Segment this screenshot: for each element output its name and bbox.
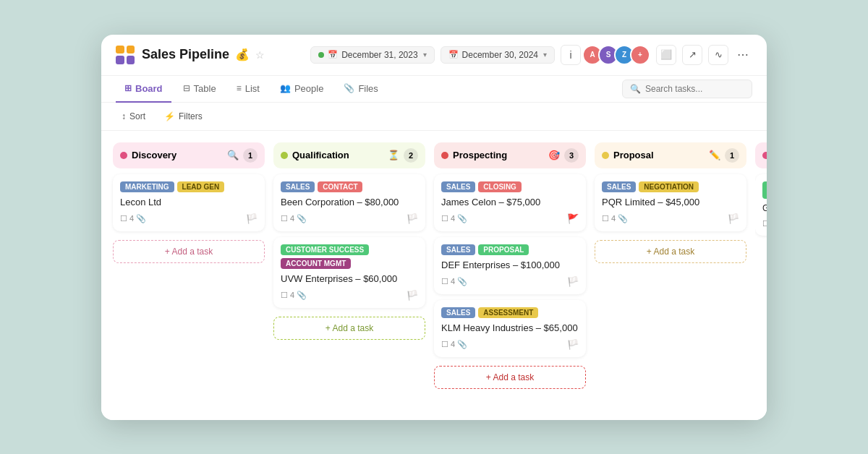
sort-label: Sort <box>129 111 145 121</box>
tag-customer-su: customer su... <box>762 181 767 199</box>
tag-sales: sales <box>281 181 315 192</box>
filters-button[interactable]: ⚡ Filters <box>158 108 208 124</box>
info-button[interactable]: i <box>561 45 581 65</box>
card-footer: ☐ 4 📎 🏳️ <box>441 276 579 287</box>
col-title-prospecting: Prospecting <box>453 150 544 160</box>
task-card[interactable]: sales ASSESSMENT KLM Heavy Industries – … <box>434 300 586 357</box>
card-tags: customer success ACCOUNT MGMT <box>281 244 418 269</box>
people-icon: 👥 <box>280 83 291 93</box>
attachment-icon: 📎 <box>297 291 307 300</box>
board-area: Discovery 🔍 1 marketing LEAD GEN Lecon L… <box>101 131 767 420</box>
col-count-discovery: 1 <box>243 148 258 163</box>
tag-closing: CLOSING <box>478 181 522 192</box>
col-emoji-proposal: ✏️ <box>709 150 720 160</box>
filters-label: Filters <box>179 111 203 121</box>
end-date-badge[interactable]: 📅 December 30, 2024 ▾ <box>441 46 555 64</box>
flag-icon: 🏳️ <box>567 339 579 350</box>
meta-count: 4 <box>290 214 294 223</box>
add-task-button-proposal[interactable]: + Add a task <box>595 240 746 263</box>
status-dot <box>318 52 324 58</box>
card-title: James Celon – $75,000 <box>441 197 579 207</box>
card-tags: sales ASSESSMENT <box>441 307 579 318</box>
col-header-negotiation: Negot 1 <box>755 142 767 168</box>
screen-icon[interactable]: ⬜ <box>656 45 676 65</box>
col-header-qualification: Qualification ⏳ 2 <box>273 142 425 168</box>
meta-count: 4 <box>611 214 616 223</box>
tab-people-label: People <box>294 83 323 94</box>
title-emoji: 💰 <box>235 48 250 61</box>
card-footer: ☐ 4 📎 <box>762 219 767 228</box>
column-qualification: Qualification ⏳ 2 sales CONTACT Been Cor… <box>273 142 425 408</box>
card-footer: ☐ 4 📎 🏳️ <box>602 213 739 224</box>
add-task-button-discovery[interactable]: + Add a task <box>113 240 265 263</box>
col-header-prospecting: Prospecting 🎯 3 <box>434 142 586 168</box>
card-meta: ☐ 4 📎 <box>441 214 467 223</box>
title-area: Sales Pipeline 💰 ☆ <box>142 47 303 62</box>
sort-icon: ↕ <box>122 111 126 121</box>
card-footer: ☐ 4 📎 🏳️ <box>441 339 579 350</box>
task-card[interactable]: sales NEGOTIATION PQR Limited – $45,000 … <box>595 174 746 231</box>
task-card[interactable]: customer success ACCOUNT MGMT UVW Enterp… <box>273 237 425 308</box>
col-title-proposal: Proposal <box>613 150 705 160</box>
col-dot-prospecting <box>441 152 448 159</box>
chart-icon[interactable]: ∿ <box>708 45 728 65</box>
sort-button[interactable]: ↕ Sort <box>116 108 151 124</box>
card-title: UVW Enterprises – $60,000 <box>281 273 418 284</box>
files-icon: 📎 <box>344 83 354 93</box>
end-date-label: December 30, 2024 <box>462 50 538 60</box>
task-card[interactable]: sales CLOSING James Celon – $75,000 ☐ 4 … <box>434 174 586 231</box>
table-icon: ⊟ <box>183 83 190 93</box>
star-icon[interactable]: ☆ <box>255 49 265 61</box>
column-prospecting: Prospecting 🎯 3 sales CLOSING James Celo… <box>434 142 586 408</box>
card-meta: ☐ 4 📎 <box>281 291 307 300</box>
checkbox-icon: ☐ <box>441 340 448 349</box>
tab-people[interactable]: 👥 People <box>271 76 332 103</box>
tab-table[interactable]: ⊟ Table <box>174 76 225 103</box>
attachment-icon: 📎 <box>297 214 307 223</box>
card-tags: sales CONTACT <box>281 181 418 192</box>
col-emoji-qualification: ⏳ <box>388 150 399 160</box>
card-tags: sales PROPOSAL <box>441 244 579 255</box>
avatar-more[interactable]: + <box>630 45 650 65</box>
col-count-proposal: 1 <box>725 148 739 163</box>
search-box[interactable]: 🔍 <box>622 80 752 98</box>
task-card[interactable]: customer su... Geez Grou... ☐ 4 📎 <box>755 174 767 236</box>
tag-assessment: ASSESSMENT <box>478 307 538 318</box>
cal-icon: 📅 <box>328 50 338 59</box>
card-tags: marketing LEAD GEN <box>120 181 258 192</box>
checkbox-icon: ☐ <box>281 291 288 300</box>
col-emoji-discovery: 🔍 <box>227 150 239 160</box>
column-proposal: Proposal ✏️ 1 sales NEGOTIATION PQR Limi… <box>595 142 746 408</box>
share-icon[interactable]: ↗ <box>682 45 702 65</box>
tab-files-label: Files <box>358 83 378 94</box>
start-date-badge[interactable]: 📅 December 31, 2023 ▾ <box>310 46 434 64</box>
col-header-discovery: Discovery 🔍 1 <box>113 142 265 168</box>
card-title: Geez Grou... <box>762 203 767 213</box>
tag-sales: sales <box>441 181 475 192</box>
task-card[interactable]: sales PROPOSAL DEF Enterprises – $100,00… <box>434 237 586 294</box>
meta-count: 4 <box>290 291 294 299</box>
search-input[interactable] <box>645 84 744 94</box>
tab-files[interactable]: 📎 Files <box>335 76 386 103</box>
tab-list[interactable]: ≡ List <box>228 76 268 103</box>
col-dot-negotiation <box>762 152 767 159</box>
task-card[interactable]: sales CONTACT Been Corporation – $80,000… <box>273 174 425 231</box>
task-card[interactable]: marketing LEAD GEN Lecon Ltd ☐ 4 📎 🏳️ <box>113 174 265 231</box>
col-emoji-prospecting: 🎯 <box>548 150 560 160</box>
card-footer: ☐ 4 📎 🚩 <box>441 213 579 224</box>
flag-icon: 🏳️ <box>567 276 579 287</box>
col-header-proposal: Proposal ✏️ 1 <box>595 142 746 168</box>
more-options-icon[interactable]: ⋯ <box>734 48 752 61</box>
checkbox-icon: ☐ <box>762 219 767 228</box>
tag-sales: sales <box>441 307 475 318</box>
attachment-icon: 📎 <box>618 214 628 223</box>
nav-right: 🔍 <box>622 80 752 98</box>
app-logo <box>116 46 135 64</box>
add-task-button-qualification[interactable]: + Add a task <box>273 317 425 340</box>
filter-icon: ⚡ <box>164 111 175 121</box>
add-task-button-prospecting[interactable]: + Add a task <box>434 366 586 389</box>
header: Sales Pipeline 💰 ☆ 📅 December 31, 2023 ▾… <box>101 35 767 76</box>
tab-board[interactable]: ⊞ Board <box>116 76 171 103</box>
card-tags: sales NEGOTIATION <box>602 181 739 192</box>
nav-tabs: ⊞ Board ⊟ Table ≡ List 👥 People 📎 Files … <box>101 76 767 103</box>
